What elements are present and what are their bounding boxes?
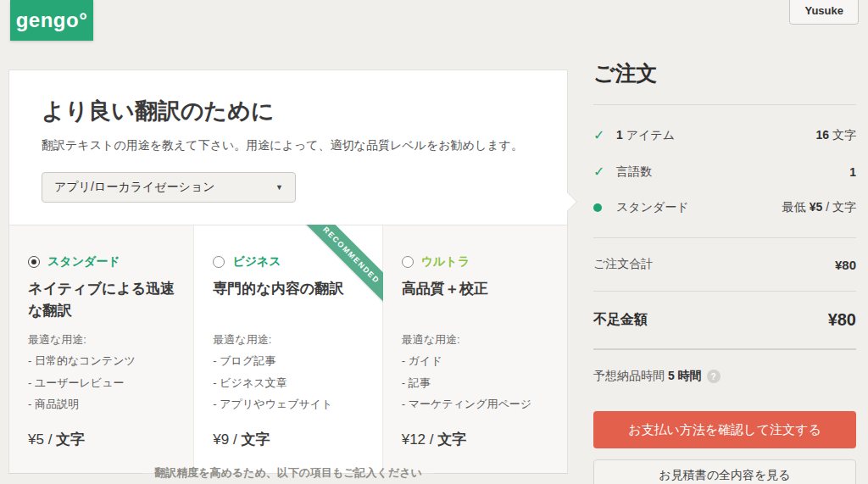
quality-tier-list: スタンダード ネイティブによる迅速な翻訳 最適な用途: 日常的なコンテンツ ユー… [9, 225, 567, 473]
check-icon: ✓ [593, 164, 604, 180]
best-for-item: アプリやウェブサイト [213, 393, 363, 414]
best-for-item: ユーザーレビュー [28, 372, 175, 393]
best-for-label: 最適な用途: [402, 329, 548, 350]
check-icon: ✓ [593, 127, 604, 143]
card-top-section: より良い翻訳のために 翻訳テキストの用途を教えて下さい。用途によって、適切な品質… [9, 70, 567, 225]
footer-note: 翻訳精度を高めるため、以下の項目もご記入ください [8, 465, 568, 481]
checkout-button[interactable]: お支払い方法を確認して注文する [593, 411, 856, 448]
chevron-down-icon: ▼ [275, 183, 283, 192]
divider [593, 237, 856, 238]
view-quote-button[interactable]: お見積書の全内容を見る [593, 459, 856, 484]
user-menu-button[interactable]: Yusuke [789, 0, 859, 25]
order-summary-title: ご注文 [593, 59, 856, 87]
tier-business-headline: 専門的な内容の翻訳 [213, 278, 363, 329]
amount-due-row: 不足金額 ¥80 [593, 303, 856, 337]
divider-line [434, 473, 568, 474]
radio-selected-icon[interactable] [28, 256, 40, 268]
divider [593, 104, 856, 105]
selected-tier-row: スタンダード 最低 ¥5 / 文字 [593, 190, 856, 225]
tier-business[interactable]: RECOMMENDED ビジネス 専門的な内容の翻訳 最適な用途: ブログ記事 … [193, 225, 382, 473]
page-title: より良い翻訳のために [42, 96, 535, 126]
order-item-row: ✓ 1 アイテム 16 文字 [593, 117, 856, 153]
page-subtitle: 翻訳テキストの用途を教えて下さい。用途によって、適切な品質レベルをお勧めします。 [42, 138, 535, 153]
radio-unselected-icon[interactable] [213, 256, 225, 268]
best-for-label: 最適な用途: [28, 329, 175, 350]
order-summary: ご注文 ✓ 1 アイテム 16 文字 ✓ 言語数 1 スタンダード 最低 ¥5 … [593, 59, 856, 484]
use-case-dropdown-value: アプリ/ローカライゼーション [54, 180, 215, 195]
tier-ultra[interactable]: ウルトラ 高品質＋校正 最適な用途: ガイド 記事 マーケティング用ページ ¥1… [383, 225, 567, 473]
amount-due-label: 不足金額 [593, 311, 648, 329]
best-for-label: 最適な用途: [213, 329, 363, 350]
use-case-dropdown[interactable]: アプリ/ローカライゼーション ▼ [42, 172, 296, 203]
dot-icon [593, 203, 602, 212]
tier-business-name: ビジネス [232, 254, 281, 270]
quality-selection-card: より良い翻訳のために 翻訳テキストの用途を教えて下さい。用途によって、適切な品質… [8, 70, 568, 474]
best-for-item: 日常的なコンテンツ [28, 350, 175, 371]
order-total-row: ご注文合計 ¥80 [593, 250, 856, 279]
best-for-item: ブログ記事 [213, 350, 363, 371]
tier-standard-price: ¥5 / 文字 [28, 430, 175, 449]
best-for-item: 商品説明 [28, 393, 175, 414]
order-total-value: ¥80 [835, 258, 856, 272]
order-total-label: ご注文合計 [593, 257, 653, 272]
divider-line [8, 473, 142, 474]
tier-ultra-name: ウルトラ [421, 254, 470, 270]
best-for-item: 記事 [402, 372, 548, 393]
language-count-row: ✓ 言語数 1 [593, 153, 856, 190]
best-for-item: マーケティング用ページ [402, 393, 548, 414]
delivery-estimate: 予想納品時間 5 時間 ? [593, 369, 856, 384]
help-icon[interactable]: ? [707, 370, 721, 383]
best-for-item: ガイド [402, 350, 548, 371]
amount-due-value: ¥80 [828, 310, 856, 330]
tier-standard-name: スタンダード [47, 254, 120, 270]
divider [593, 291, 856, 292]
tier-ultra-headline: 高品質＋校正 [402, 278, 548, 329]
footer-note-text: 翻訳精度を高めるため、以下の項目もご記入ください [154, 465, 422, 481]
tier-standard-headline: ネイティブによる迅速な翻訳 [28, 278, 175, 329]
best-for-item: ビジネス文章 [213, 372, 363, 393]
tier-business-price: ¥9 / 文字 [213, 430, 363, 449]
tier-ultra-radio-row: ウルトラ [402, 254, 548, 270]
divider [593, 348, 856, 350]
tier-business-radio-row: ビジネス [213, 254, 363, 270]
radio-unselected-icon[interactable] [402, 256, 414, 268]
tier-standard[interactable]: スタンダード ネイティブによる迅速な翻訳 最適な用途: 日常的なコンテンツ ユー… [9, 225, 193, 473]
tier-standard-radio-row: スタンダード [28, 254, 175, 270]
tier-ultra-price: ¥12 / 文字 [402, 430, 548, 449]
gengo-logo[interactable]: gengo° [10, 0, 93, 41]
